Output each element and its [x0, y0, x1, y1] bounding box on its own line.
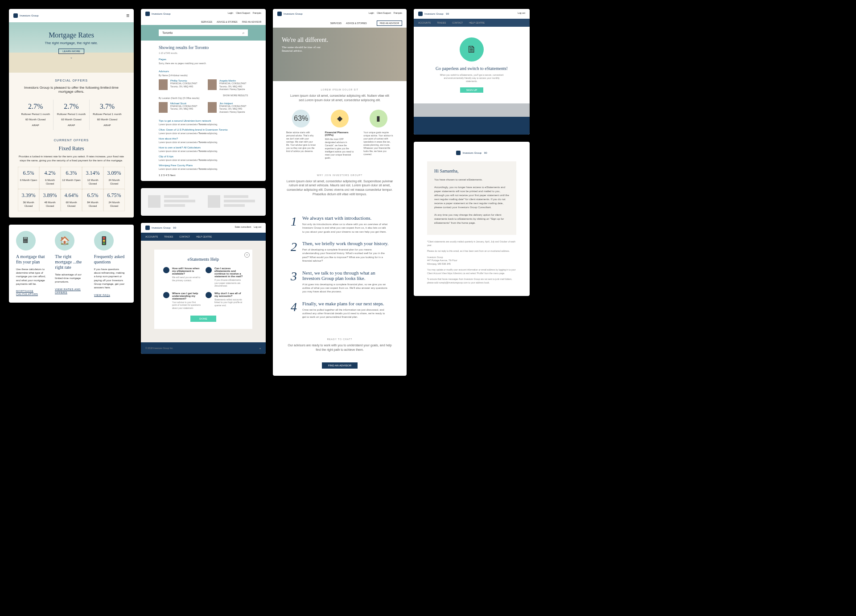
feature-col: ▮Your unique goals require unique advice… — [363, 110, 393, 160]
results-count: 1-10 of 543 results. — [159, 52, 248, 54]
tile: 🖩A mortgage that fits your planUse these… — [16, 231, 49, 296]
search-results-card: Investors Group LoginClient SupportFranç… — [141, 9, 266, 181]
search-input[interactable]: Toronto ⌕ — [159, 29, 248, 36]
chevron-down-icon[interactable]: ⌄ — [13, 56, 129, 59]
nav-link[interactable]: SERVICES — [330, 22, 342, 25]
nav-link[interactable]: HELP CENTRE — [469, 21, 485, 24]
tile-link[interactable]: VIEW RATES AND OFFERS — [55, 288, 81, 294]
close-icon[interactable]: × — [244, 252, 250, 258]
rate-cell: 4.2%6 Month Closed — [39, 167, 61, 189]
learn-more-button[interactable]: LEARN MORE — [58, 49, 84, 54]
top-link[interactable]: Client Support — [377, 12, 391, 14]
paperless-heading: Go paperless and switch to eStatements! — [427, 66, 516, 71]
nav-link[interactable]: ACCOUNTS — [418, 21, 431, 24]
result-link[interactable]: How about this? — [159, 137, 248, 140]
hero: Mortgage Rates The right mortgage, the r… — [9, 22, 134, 73]
hero: We're all different. The same should be … — [273, 28, 407, 81]
logout-link[interactable]: Log out — [518, 12, 525, 14]
top-link[interactable]: Client Support — [236, 12, 250, 14]
nav-link[interactable]: FIND AN ADVISOR — [242, 21, 261, 23]
menu-icon[interactable]: ≡ — [126, 12, 129, 19]
pagination[interactable]: 1 2 3 4 5 Next — [159, 174, 248, 177]
top-link[interactable]: Login — [228, 12, 233, 14]
advisor-card[interactable]: Angela MartinFINANCIAL CONSULTANTToronto… — [208, 79, 248, 91]
result-link[interactable]: How to own a bank? All Calculators — [159, 146, 248, 149]
nav-link[interactable]: TRADES — [164, 235, 173, 238]
feature-col: ◆Financial Planners (CFPs)With the most … — [325, 110, 355, 160]
why-heading: WHY JOIN INVESTORS GROUP? — [286, 174, 393, 177]
advisor-card[interactable]: Michael ScottFINANCIAL CONSULTANTToronto… — [159, 102, 199, 114]
tile-link[interactable]: VIEW FAQs — [94, 294, 111, 297]
nav-link[interactable]: HELP CENTRE — [196, 235, 212, 238]
find-advisor-button[interactable]: FIND AN ADVISOR — [322, 362, 358, 369]
rate-cell: 3.14%12 Month Closed — [82, 167, 103, 189]
tile-icon: 🏠 — [55, 231, 74, 251]
help-modal: × eStatements Help How will I know when … — [154, 250, 252, 329]
result-link[interactable]: Winnipeg Free County Plans — [159, 164, 248, 167]
tile-link[interactable]: MORTGAGE CALCULATORS — [16, 290, 38, 296]
show-more-link[interactable]: SHOW MORE RESULTS — [223, 94, 248, 97]
were-all-different-card: Investors Group LoginClient SupportFranç… — [273, 9, 407, 376]
footnote: Please do not reply to this email, as it… — [427, 250, 516, 253]
nav-link[interactable]: TRADES — [437, 21, 446, 24]
estatements-help-card: Investors Group 90 Sales consultantLog o… — [141, 223, 266, 354]
feature-icon: ◆ — [331, 110, 349, 127]
pages-heading: Pages — [159, 58, 248, 61]
signup-button[interactable]: SIGN UP — [460, 87, 484, 93]
bullet-icon — [163, 267, 169, 273]
top-link[interactable]: Login — [369, 12, 374, 14]
footnote: You may update or modify your account in… — [427, 268, 516, 275]
mortgage-rates-card: Investors Group ≡ Mortgage Rates The rig… — [9, 9, 134, 218]
hero-title: Mortgage Rates — [13, 31, 129, 39]
hero-title: We're all different. — [282, 37, 398, 44]
nav-link[interactable]: CONTACT — [179, 235, 190, 238]
faq-item: Why don't I see all of my accounts?State… — [206, 292, 243, 310]
feature-icon: 63% — [292, 110, 310, 127]
pages-empty: Sorry, there are no pages matching your … — [159, 62, 248, 65]
nav-link[interactable]: ACCOUNTS — [145, 235, 158, 238]
ready-desc: Our advisors are ready to work with you … — [286, 343, 393, 352]
nav-link[interactable]: ADVICE & STORIES — [217, 21, 238, 23]
advisor-card[interactable]: Jim HalpertFINANCIAL CONSULTANTToronto, … — [208, 102, 248, 114]
top-link[interactable]: Sales consultant — [235, 226, 251, 228]
rate-cell: 4.64%60 Month Closed — [61, 189, 82, 211]
top-link[interactable]: Français — [394, 12, 402, 14]
faq-item: How will I know when my eStatement is av… — [163, 267, 201, 287]
top-link[interactable]: Log out — [254, 226, 261, 228]
tiles-card: 🖩A mortgage that fits your planUse these… — [9, 225, 134, 303]
brand-logo: Investors Group 90 — [427, 151, 516, 155]
modal-title: eStatements Help — [163, 257, 243, 262]
paperless-desc: When you switch to eStatements, you'll g… — [438, 74, 505, 83]
brand-logo: Investors Group — [13, 13, 39, 18]
footnote: Investors Group447 Portage Avenue, 7th F… — [427, 256, 516, 266]
rate-cell: 3.89%48 Month Closed — [39, 189, 61, 211]
done-button[interactable]: DONE — [190, 316, 216, 322]
search-icon[interactable]: ⌕ — [243, 31, 244, 34]
brand-logo: Investors Group — [145, 12, 171, 16]
nav-link[interactable]: SERVICES — [201, 21, 212, 23]
nav-link[interactable]: ADVICE & STORIES — [346, 22, 367, 25]
advisor-card[interactable]: Phillip TorontoFINANCIAL CONSULTANTToron… — [159, 79, 199, 91]
result-link[interactable]: Clip of 6 tips — [159, 155, 248, 158]
document-icon: 🗎 — [460, 37, 484, 62]
brand-logo: Investors Group 90 — [418, 12, 449, 16]
result-link[interactable]: Olive: Dawn of U.S Publishing brand in D… — [159, 128, 248, 131]
rate-cell: 3.39%36 Month Closed — [18, 189, 39, 211]
result-link[interactable]: Tips to get a second Ukrainian-born netw… — [159, 119, 248, 122]
placeholder-icon — [148, 195, 160, 208]
why-desc: Lorem ipsum dolor sit amet, consectetur … — [286, 179, 393, 197]
advisors-heading: Advisors — [159, 70, 248, 73]
avatar — [208, 79, 217, 90]
find-advisor-button[interactable]: FIND AN ADVISOR — [377, 21, 402, 26]
rate-cell: 6.5%6 Month Open — [18, 167, 39, 189]
step: 2Then, we briefly work through your hist… — [291, 241, 389, 263]
hero-sub: The same should be true of our financial… — [282, 45, 326, 53]
rate-cell: 6.3%12 Month Open — [61, 167, 82, 189]
brand-logo: Investors Group 90 — [145, 226, 176, 230]
footnote: To ensure that future messages from Inve… — [427, 278, 516, 284]
top-link[interactable]: Français — [253, 12, 261, 14]
step: 3Next, we talk to you through what an In… — [291, 270, 389, 294]
avatar — [159, 102, 168, 113]
nav-link[interactable]: CONTACT — [452, 21, 463, 24]
special-offers-heading: SPECIAL OFFERS — [18, 79, 125, 82]
